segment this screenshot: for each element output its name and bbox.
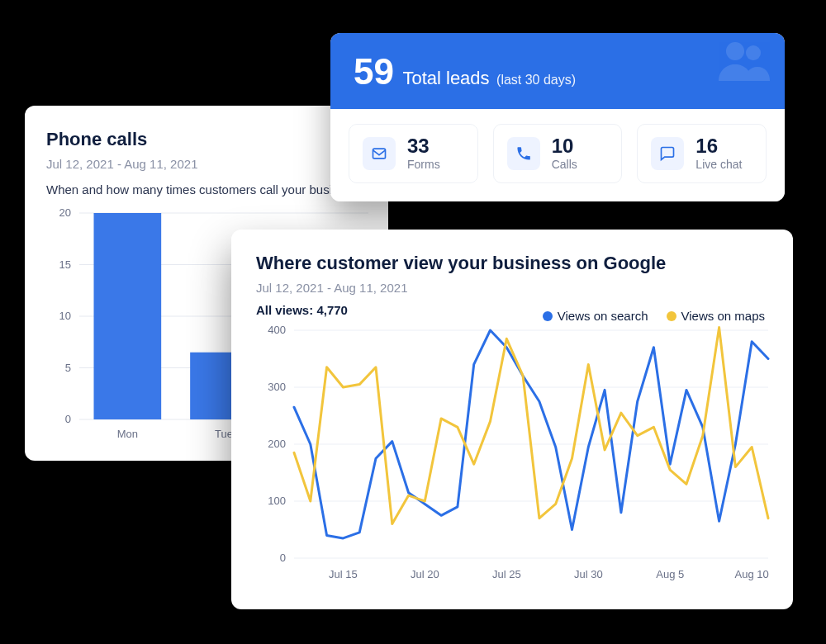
google-views-legend: Views on search Views on maps bbox=[543, 309, 765, 323]
svg-text:Jul 25: Jul 25 bbox=[492, 568, 521, 580]
phone-calls-description: When and how many times customers call y… bbox=[46, 182, 367, 197]
total-leads-label: Total leads bbox=[402, 68, 489, 88]
svg-text:Jul 20: Jul 20 bbox=[411, 568, 439, 580]
legend-item-search: Views on search bbox=[543, 309, 648, 323]
phone-icon bbox=[507, 137, 540, 170]
stat-livechat-label: Live chat bbox=[695, 158, 742, 171]
svg-rect-18 bbox=[373, 149, 386, 159]
total-leads-header: 59 Total leads (last 30 days) bbox=[330, 33, 785, 109]
stat-calls-label: Calls bbox=[552, 158, 577, 171]
svg-text:5: 5 bbox=[65, 362, 71, 374]
svg-text:0: 0 bbox=[280, 552, 286, 564]
svg-text:10: 10 bbox=[59, 310, 71, 322]
svg-text:0: 0 bbox=[65, 413, 71, 425]
svg-text:Aug 5: Aug 5 bbox=[656, 568, 684, 580]
total-leads-count: 59 bbox=[354, 51, 394, 92]
svg-text:300: 300 bbox=[268, 381, 286, 393]
legend-dot-maps-icon bbox=[667, 311, 676, 321]
svg-point-16 bbox=[726, 42, 744, 60]
google-views-date-range: Jul 12, 2021 - Aug 11, 2021 bbox=[256, 281, 768, 295]
svg-text:Jul 30: Jul 30 bbox=[574, 568, 603, 580]
legend-dot-search-icon bbox=[543, 311, 553, 321]
legend-label-search: Views on search bbox=[558, 309, 648, 323]
svg-text:Mon: Mon bbox=[117, 428, 138, 440]
total-leads-subtext: (last 30 days) bbox=[496, 73, 576, 87]
google-views-line-chart: 0100200300400Jul 15Jul 20Jul 25Jul 30Aug… bbox=[256, 322, 776, 586]
stat-livechat-value: 16 bbox=[695, 136, 742, 156]
stat-livechat[interactable]: 16 Live chat bbox=[637, 124, 767, 183]
phone-calls-title: Phone calls bbox=[46, 129, 367, 150]
google-views-total-value: 4,770 bbox=[316, 303, 348, 317]
svg-text:100: 100 bbox=[268, 495, 286, 507]
stat-calls-value: 10 bbox=[552, 136, 577, 156]
svg-text:400: 400 bbox=[268, 324, 286, 336]
stat-forms[interactable]: 33 Forms bbox=[349, 124, 478, 183]
svg-text:Jul 15: Jul 15 bbox=[329, 568, 358, 580]
google-views-total-label: All views: bbox=[256, 303, 313, 317]
chat-icon bbox=[651, 137, 684, 170]
svg-text:Aug 10: Aug 10 bbox=[735, 568, 769, 580]
svg-text:15: 15 bbox=[59, 258, 71, 271]
people-icon bbox=[715, 40, 773, 88]
svg-rect-10 bbox=[94, 213, 162, 419]
svg-text:Tue: Tue bbox=[215, 428, 233, 440]
total-leads-card: 59 Total leads (last 30 days) 33 Forms bbox=[330, 33, 785, 201]
google-views-card: Where customer view your business on Goo… bbox=[231, 230, 793, 609]
stat-calls[interactable]: 10 Calls bbox=[493, 124, 623, 183]
legend-item-maps: Views on maps bbox=[667, 309, 765, 323]
total-leads-stats: 33 Forms 10 Calls 16 Live ch bbox=[330, 109, 785, 201]
svg-text:20: 20 bbox=[59, 206, 71, 219]
mail-icon bbox=[363, 137, 396, 170]
svg-text:200: 200 bbox=[268, 438, 286, 450]
stat-forms-value: 33 bbox=[407, 136, 440, 156]
svg-point-17 bbox=[746, 45, 761, 60]
stat-forms-label: Forms bbox=[407, 158, 440, 171]
phone-calls-date-range: Jul 12, 2021 - Aug 11, 2021 bbox=[46, 157, 367, 171]
legend-label-maps: Views on maps bbox=[681, 309, 765, 323]
google-views-title: Where customer view your business on Goo… bbox=[256, 253, 768, 274]
